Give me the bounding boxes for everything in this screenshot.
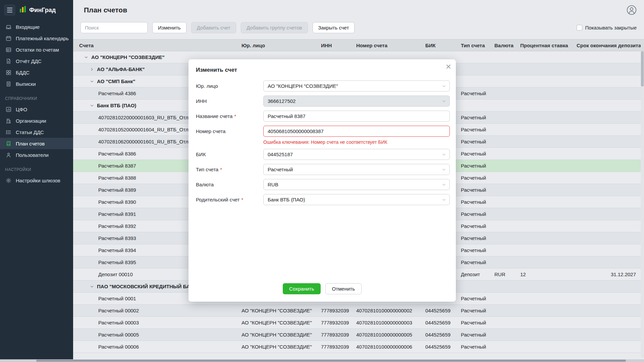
chevron-down-icon[interactable] [90,103,94,108]
account-name-cell: Расчетный 00005 [73,332,241,338]
field-bik[interactable]: 044525187 [263,149,450,160]
account-row[interactable]: Расчетный 00005АО "КОНЦЕРН "СОЗВЕЗДИЕ"77… [73,329,644,341]
fingrad-logo-icon [19,5,27,15]
vertical-scrollbar-thumb[interactable] [641,51,644,86]
account-name: Расчетный 00005 [98,332,139,338]
account-name-cell: Расчетный 00006 [73,344,241,350]
field-account-type[interactable]: Расчетный [263,164,450,175]
account-row[interactable]: Расчетный 00006АО "КОНЦЕРН "СОЗВЕЗДИЕ"77… [73,341,644,353]
account-type-cell: Расчетный [461,139,494,144]
bik-cell: 044525659 [425,308,461,313]
field-account-number[interactable]: 40506810500000008387 [263,126,450,137]
field-cell-account-name: Расчетный 8387 [263,111,450,122]
chevron-down-icon[interactable] [90,284,94,289]
chevron-right-icon[interactable] [90,67,94,72]
sidebar-nav: ВходящиеПлатежный календарьОстатки по сч… [0,21,73,186]
toolbar: ИзменитьДобавить счетДобавить группу сче… [73,20,644,39]
account-type-cell: Расчетный [461,259,494,265]
legal-entity-cell: АО "КОНЦЕРН "СОЗВЕЗДИЕ" [241,332,321,338]
field-currency[interactable]: RUB [263,179,450,190]
add-account-group-button: Добавить группу счетов [241,22,308,33]
sidebar-item-cfo[interactable]: ЦФО [0,104,73,115]
app-name: ФинГрад [29,7,56,14]
inn-cell: 7778932039 [321,332,356,338]
account-name: Расчетный 8388 [98,175,136,181]
sidebar-item-organizations[interactable]: Организации [0,115,73,126]
legal-entity-cell: АО "КОНЦЕРН "СОЗВЕЗДИЕ" [241,320,321,325]
sidebar-section-title: СПРАВОЧНИКИ [0,89,73,104]
account-type-cell: Расчетный [461,175,494,181]
page-header: План счетов [73,0,644,20]
account-name: АО "АЛЬФА-БАНК" [97,66,145,72]
account-type-cell: Депозит [461,272,494,277]
inbox-icon [5,23,12,30]
horizontal-scrollbar-thumb[interactable] [36,360,626,362]
sidebar-item-chart-of-accounts[interactable]: План счетов [0,138,73,149]
column-header-4: БИК [425,43,461,48]
edit-account-modal: × Изменить счет Юр. лицоАО "КОНЦЕРН "СОЗ… [189,59,456,302]
column-header-6: Валюта [494,43,520,48]
column-header-5: Тип счета [461,43,494,48]
account-name: 40702810620000001601_RU_ВТБ_Отлад [98,139,194,144]
field-label-text: Валюта [196,182,214,187]
account-name: Расчетный 8393 [98,235,136,241]
sidebar-item-inbox[interactable]: Входящие [0,21,73,33]
legal-entity-cell: АО "КОНЦЕРН "СОЗВЕЗДИЕ" [241,308,321,313]
show-closed-checkbox[interactable] [577,25,582,31]
account-number-cell: 40702810100000000005 [356,332,425,338]
field-cell-account-number: 40506810500000008387Ошибка ключевания: Н… [263,126,450,145]
account-type-cell: Расчетный [461,223,494,229]
save-button[interactable]: Сохранить [283,283,321,294]
account-number-cell: 40702810100000000006 [356,344,425,350]
sidebar-item-statements[interactable]: Выписки [0,78,73,89]
chart-of-accounts-icon [5,140,12,147]
cancel-button[interactable]: Отменить [325,283,362,294]
chevron-down-icon[interactable] [84,55,89,60]
sidebar-item-dds-report[interactable]: Отчёт ДДС [0,55,73,67]
inn-cell: 7778932039 [321,308,356,313]
account-name: Расчетный 00002 [98,308,139,313]
field-parent-account[interactable]: Банк ВТБ (ПАО) [263,194,450,205]
sidebar-item-gateway-settings[interactable]: Настройки шлюзов [0,175,73,186]
field-cell-parent-account: Банк ВТБ (ПАО) [263,194,450,205]
articles-icon [5,129,12,135]
sidebar-item-label: ЦФО [16,107,27,112]
edit-account-form: Юр. лицоАО "КОНЦЕРН "СОЗВЕЗДИЕ"ИНН366612… [196,80,450,205]
account-name: Расчетный 8386 [98,151,136,157]
chevron-down-icon [442,99,446,103]
field-legal-entity[interactable]: АО "КОНЦЕРН "СОЗВЕЗДИЕ" [263,80,450,92]
show-closed-toggle[interactable]: Показывать закрытые [577,25,637,31]
close-icon[interactable]: × [446,62,451,71]
account-type-cell: Расчетный [461,320,494,325]
close-account-button[interactable]: Закрыть счет [313,22,355,33]
account-type-cell: Расчетный [461,163,494,169]
account-name: Банк ВТБ (ПАО) [97,103,136,108]
sidebar-item-payment-calendar[interactable]: Платежный календарь [0,33,73,44]
cfo-icon [5,106,12,113]
account-type-cell: Расчетный [461,187,494,193]
account-type-cell: Расчетный [461,199,494,205]
modal-actions: Сохранить Отменить [189,283,456,294]
user-avatar-icon[interactable] [627,5,637,15]
menu-toggle-button[interactable] [4,4,15,16]
account-row[interactable]: Расчетный 00002АО "КОНЦЕРН "СОЗВЕЗДИЕ"77… [73,305,644,317]
app-logo: ФинГрад [19,5,56,15]
sidebar-item-bdds[interactable]: БДДС [0,67,73,78]
edit-button[interactable]: Изменить [152,22,186,33]
account-row[interactable]: Расчетный 00003АО "КОНЦЕРН "СОЗВЕЗДИЕ"77… [73,317,644,329]
chevron-down-icon[interactable] [90,79,94,84]
account-type-cell: Расчетный [461,235,494,241]
sidebar-item-users[interactable]: Пользователи [0,149,73,161]
search-input[interactable] [80,22,148,33]
sidebar-item-account-balances[interactable]: Остатки по счетам [0,44,73,55]
account-type-cell: Расчетный [461,332,494,338]
account-type-cell: Расчетный [461,151,494,157]
account-type-cell: Расчетный [461,127,494,132]
field-account-name[interactable]: Расчетный 8387 [263,111,450,122]
required-asterisk: * [234,113,236,119]
field-cell-currency: RUB [263,179,450,190]
field-inn[interactable]: 3666127502 [263,96,450,107]
chevron-down-icon [442,84,446,88]
sidebar-item-dds-articles[interactable]: Статьи ДДС [0,126,73,138]
gear-icon [5,177,12,184]
